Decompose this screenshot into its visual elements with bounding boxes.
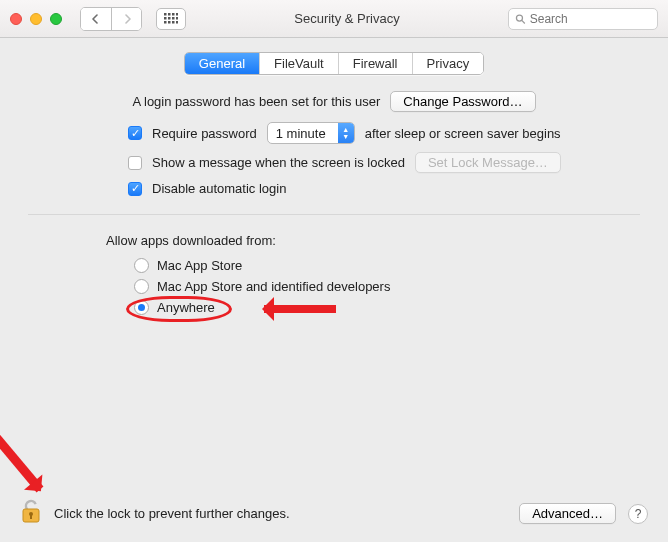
tab-row: General FileVault Firewall Privacy: [0, 38, 668, 83]
svg-rect-10: [172, 21, 175, 24]
after-sleep-text: after sleep or screen saver begins: [365, 126, 561, 141]
chevron-up-down-icon: ▲▼: [338, 123, 354, 143]
content: A login password has been set for this u…: [0, 83, 668, 321]
svg-rect-2: [172, 13, 175, 16]
tab-general-label: General: [199, 56, 245, 71]
tab-filevault[interactable]: FileVault: [259, 53, 338, 74]
back-button[interactable]: [81, 8, 111, 30]
annotation-arrow-anywhere: [264, 305, 336, 313]
svg-rect-6: [172, 17, 175, 20]
gatekeeper-option-mas: Mac App Store: [134, 258, 640, 273]
svg-rect-1: [168, 13, 171, 16]
show-all-button[interactable]: [156, 8, 186, 30]
disable-autologin-row: Disable automatic login: [128, 181, 640, 196]
tab-firewall[interactable]: Firewall: [338, 53, 412, 74]
svg-rect-16: [30, 514, 32, 519]
annotation-arrow-lock: [0, 433, 43, 492]
forward-button[interactable]: [111, 8, 141, 30]
gatekeeper-option-identified: Mac App Store and identified developers: [134, 279, 640, 294]
tab-general[interactable]: General: [185, 53, 259, 74]
search-icon: [515, 13, 526, 25]
preferences-window: Security & Privacy General FileVault Fir…: [0, 0, 668, 542]
password-options: Require password 1 minute ▲▼ after sleep…: [128, 122, 640, 196]
disable-autologin-checkbox[interactable]: [128, 182, 142, 196]
set-lock-message-button[interactable]: Set Lock Message…: [415, 152, 561, 173]
tab-privacy-label: Privacy: [427, 56, 470, 71]
svg-point-12: [516, 15, 522, 21]
minimize-icon[interactable]: [30, 13, 42, 25]
svg-line-13: [522, 20, 525, 23]
radio-mac-app-store-label: Mac App Store: [157, 258, 242, 273]
svg-rect-11: [176, 21, 178, 24]
gatekeeper-option-anywhere: Anywhere: [134, 300, 640, 315]
tab-privacy[interactable]: Privacy: [412, 53, 484, 74]
help-button[interactable]: ?: [628, 504, 648, 524]
advanced-button[interactable]: Advanced…: [519, 503, 616, 524]
password-delay-value: 1 minute: [268, 123, 338, 143]
password-intro-text: A login password has been set for this u…: [132, 94, 380, 109]
svg-rect-0: [164, 13, 167, 16]
grid-icon: [164, 13, 178, 25]
svg-rect-8: [164, 21, 167, 24]
nav-back-forward: [80, 7, 142, 31]
titlebar: Security & Privacy: [0, 0, 668, 38]
section-divider: [28, 214, 640, 215]
show-message-label: Show a message when the screen is locked: [152, 155, 405, 170]
footer: Click the lock to prevent further change…: [0, 499, 668, 542]
password-intro-row: A login password has been set for this u…: [28, 91, 640, 112]
radio-identified-developers-label: Mac App Store and identified developers: [157, 279, 390, 294]
show-message-checkbox[interactable]: [128, 156, 142, 170]
require-password-checkbox[interactable]: [128, 126, 142, 140]
show-message-row: Show a message when the screen is locked…: [128, 152, 640, 173]
password-delay-select[interactable]: 1 minute ▲▼: [267, 122, 355, 144]
zoom-icon[interactable]: [50, 13, 62, 25]
window-controls: [10, 13, 62, 25]
svg-rect-5: [168, 17, 171, 20]
require-password-row: Require password 1 minute ▲▼ after sleep…: [128, 122, 640, 144]
gatekeeper-title: Allow apps downloaded from:: [106, 233, 640, 248]
gatekeeper-section: Allow apps downloaded from: Mac App Stor…: [106, 233, 640, 315]
disable-autologin-label: Disable automatic login: [152, 181, 286, 196]
require-password-label: Require password: [152, 126, 257, 141]
lock-text: Click the lock to prevent further change…: [54, 506, 290, 521]
window-title: Security & Privacy: [194, 11, 500, 26]
annotation-circle: [126, 296, 232, 322]
search-input[interactable]: [530, 12, 651, 26]
tab-filevault-label: FileVault: [274, 56, 324, 71]
svg-rect-3: [176, 13, 178, 16]
tab-segmented: General FileVault Firewall Privacy: [184, 52, 484, 75]
radio-identified-developers[interactable]: [134, 279, 149, 294]
tab-firewall-label: Firewall: [353, 56, 398, 71]
svg-rect-7: [176, 17, 178, 20]
svg-rect-9: [168, 21, 171, 24]
close-icon[interactable]: [10, 13, 22, 25]
lock-icon[interactable]: [20, 499, 42, 528]
search-field[interactable]: [508, 8, 658, 30]
change-password-button[interactable]: Change Password…: [390, 91, 535, 112]
svg-rect-4: [164, 17, 167, 20]
radio-mac-app-store[interactable]: [134, 258, 149, 273]
